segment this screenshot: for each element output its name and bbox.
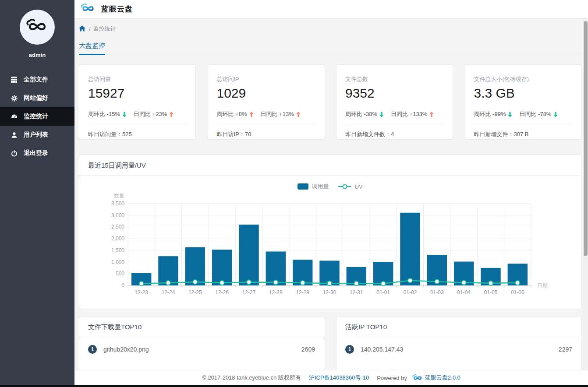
stat-footer: 昨日访IP：70	[217, 130, 315, 138]
tab-dashboard-monitor[interactable]: 大盘监控	[79, 42, 105, 55]
main-area: 蓝眼云盘 / 监控统计 大盘监控 总访问量 15927 周环比 -15%日同比 …	[74, 0, 588, 387]
footer: © 2017-2018 tank.eyeblue.cn 版权所有 沪ICP备14…	[74, 370, 588, 385]
download-top10-title: 文件下载量TOP10	[79, 317, 324, 337]
username: admin	[0, 52, 74, 58]
svg-text:1,000: 1,000	[111, 259, 124, 265]
svg-text:01-06: 01-06	[511, 289, 524, 296]
svg-text:12-29: 12-29	[296, 289, 309, 296]
stat-label: 文件总数	[345, 75, 444, 83]
trend: 日同比 +23%	[134, 110, 174, 118]
rank-badge: 1	[88, 345, 97, 354]
scrollbar-track[interactable]	[583, 18, 588, 370]
trend-down-icon	[379, 112, 384, 117]
breadcrumb: / 监控统计	[79, 25, 581, 33]
bar	[212, 250, 232, 285]
svg-text:01-04: 01-04	[457, 289, 471, 296]
svg-text:12-24: 12-24	[162, 289, 175, 296]
sidebar-item-site-pref[interactable]: 网站偏好	[0, 89, 74, 107]
svg-text:12-28: 12-28	[269, 289, 283, 296]
content: / 监控统计 大盘监控 总访问量 15927 周环比 -15%日同比 +23% …	[74, 18, 588, 387]
stat-footer: 昨日访问量：525	[88, 130, 187, 138]
uv-point	[193, 280, 197, 284]
row-value: 2297	[559, 346, 572, 353]
legend-item-calls[interactable]: 调用量	[298, 183, 329, 190]
user-icon	[11, 132, 18, 138]
stat-label: 文件总大小(包括缓存)	[474, 75, 573, 83]
copyright-text: © 2017-2018 tank.eyeblue.cn 版权所有	[202, 374, 301, 382]
icp-link[interactable]: 沪ICP备14038360号-10	[309, 374, 369, 382]
stat-label: 总访问IP	[217, 75, 315, 83]
uv-point	[354, 281, 358, 286]
window-bottom-edge	[0, 385, 588, 387]
svg-text:12-27: 12-27	[242, 289, 256, 296]
stat-card-1: 总访问IP 1029 周环比 +8%日同比 +13% 昨日访IP：70	[208, 64, 325, 140]
top-list-row: 1 github20x20.png 2609	[79, 337, 324, 354]
trend: 日同比 +133%	[391, 110, 434, 118]
legend-item-uv[interactable]: UV	[338, 183, 362, 190]
row-value: 2609	[301, 346, 315, 353]
sidebar-item-label: 用户列表	[24, 131, 48, 139]
uv-point	[273, 280, 278, 285]
svg-text:01-01: 01-01	[376, 289, 390, 296]
svg-text:3,000: 3,000	[111, 212, 124, 218]
sidebar-item-all-files[interactable]: 全部文件	[0, 70, 74, 89]
stat-label: 总访问量	[88, 75, 187, 83]
avatar[interactable]	[20, 10, 55, 45]
sidebar-item-user-list[interactable]: 用户列表	[0, 126, 74, 144]
stat-card-0: 总访问量 15927 周环比 -15%日同比 +23% 昨日访问量：525	[79, 64, 196, 140]
top-list-row: 1 140.205.147.43 2297	[337, 337, 581, 354]
svg-text:0: 0	[121, 282, 124, 288]
sidebar-item-label: 监控统计	[24, 113, 48, 120]
sidebar-item-label: 网站偏好	[24, 94, 48, 102]
footer-logo-icon	[412, 374, 423, 381]
svg-text:日期: 日期	[537, 282, 548, 288]
trend: 日同比 +13%	[261, 110, 301, 118]
breadcrumb-current: 监控统计	[93, 25, 116, 33]
scrollbar-thumb[interactable]	[584, 21, 588, 256]
breadcrumb-separator: /	[89, 26, 91, 32]
power-icon	[11, 150, 18, 157]
stat-card-2: 文件总数 9352 周环比 -38%日同比 +133% 昨日新增文件数：4	[336, 64, 453, 140]
row-name: 140.205.147.43	[361, 346, 403, 353]
uv-point	[301, 281, 305, 285]
trend-down-icon	[122, 112, 127, 117]
sidebar-item-label: 退出登录	[24, 149, 48, 157]
active-ip-top10-list: 1 140.205.147.43 2297	[337, 337, 581, 354]
uv-point	[139, 281, 144, 286]
bar	[400, 213, 420, 285]
svg-text:12-31: 12-31	[350, 289, 363, 296]
trend: 周环比 -38%	[345, 110, 384, 118]
trend: 周环比 -15%	[88, 110, 127, 118]
svg-text:2,000: 2,000	[111, 236, 124, 242]
powered-product-link[interactable]: 蓝眼云盘2.0.0	[425, 374, 460, 382]
uv-point	[220, 281, 224, 285]
trend-up-icon	[429, 112, 434, 117]
uv-point	[462, 281, 466, 285]
row-name: github20x20.png	[103, 346, 149, 353]
dashboard-icon	[11, 113, 18, 120]
svg-text:12-30: 12-30	[323, 289, 337, 296]
svg-text:12-26: 12-26	[215, 289, 229, 296]
uv-point	[327, 281, 332, 285]
sidebar-item-monitor[interactable]: 监控统计	[0, 107, 74, 126]
svg-text:01-02: 01-02	[404, 289, 417, 296]
stat-trends: 周环比 -15%日同比 +23%	[88, 110, 187, 118]
trend: 周环比 -99%	[474, 110, 513, 118]
gear-icon	[11, 95, 18, 102]
legend-label-calls: 调用量	[312, 183, 329, 190]
stat-card-3: 文件总大小(包括缓存) 3.3 GB 周环比 -99%日同比 -78% 昨日新增…	[465, 64, 582, 140]
chart-card: 最近15日调用量/UV 调用量 UV 05001,0001,5002,0002,…	[79, 155, 581, 309]
uv-bar-chart: 05001,0001,5002,0002,5003,0003,500数量日期12…	[79, 191, 581, 309]
trend-up-icon	[169, 112, 174, 117]
home-icon[interactable]	[79, 25, 85, 33]
grid-icon	[11, 77, 18, 83]
stat-cards-row: 总访问量 15927 周环比 -15%日同比 +23% 昨日访问量：525总访问…	[79, 64, 581, 140]
trend-up-icon	[296, 112, 301, 117]
uv-chart-svg: 05001,0001,5002,0002,5003,0003,500数量日期12…	[79, 191, 581, 309]
svg-text:3,500: 3,500	[111, 201, 124, 207]
svg-text:1,500: 1,500	[111, 247, 124, 253]
app-header: 蓝眼云盘	[74, 0, 588, 18]
sidebar-item-logout[interactable]: 退出登录	[0, 144, 74, 162]
uv-point	[515, 281, 520, 285]
bar-swatch-icon	[298, 183, 308, 190]
